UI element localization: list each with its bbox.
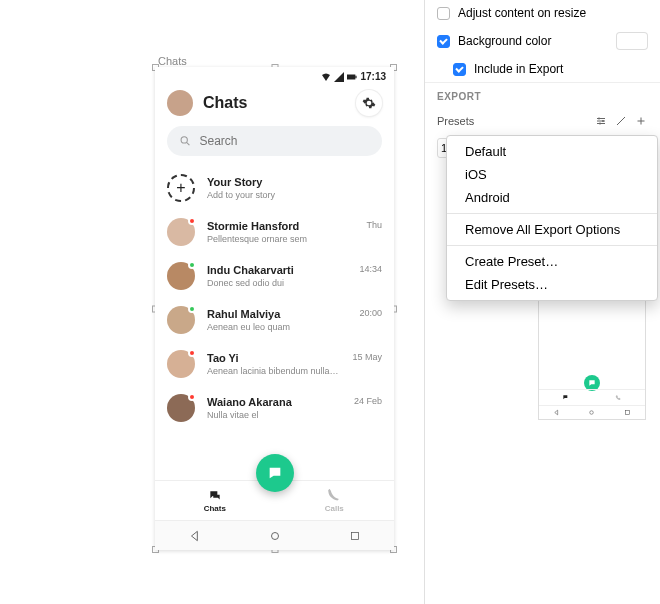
recents-icon[interactable] — [349, 530, 361, 542]
chat-avatar[interactable] — [167, 306, 195, 334]
chat-time: 24 Feb — [354, 396, 382, 406]
status-dot — [188, 217, 196, 225]
home-icon[interactable] — [268, 529, 282, 543]
status-dot — [188, 305, 196, 313]
chat-name: Indu Chakarvarti — [207, 264, 347, 276]
artboard-chats[interactable]: 17:13 Chats + Your Story Add to y — [155, 67, 394, 550]
menu-separator — [447, 213, 657, 214]
search-box[interactable] — [167, 126, 382, 156]
chat-preview: Aenean eu leo quam — [207, 322, 347, 332]
status-dot — [188, 393, 196, 401]
add-story-button[interactable]: + — [167, 174, 195, 202]
chat-preview: Aenean lacinia bibendum nulla sed consec… — [207, 366, 340, 376]
chat-avatar[interactable] — [167, 218, 195, 246]
chat-row[interactable]: Indu Chakarvarti Donec sed odio dui 14:3… — [155, 254, 394, 298]
chat-name: Rahul Malviya — [207, 308, 347, 320]
layer-label: Chats — [158, 55, 187, 67]
adjust-label: Adjust content on resize — [458, 6, 586, 20]
bgcolor-label: Background color — [458, 34, 551, 48]
back-icon[interactable] — [188, 529, 202, 543]
background-color-option[interactable]: Background color — [425, 26, 660, 56]
menu-item-remove-all[interactable]: Remove All Export Options — [447, 218, 657, 241]
android-status-bar: 17:13 — [155, 67, 394, 82]
settings-button[interactable] — [356, 90, 382, 116]
export-section-header: EXPORT — [425, 82, 660, 110]
user-avatar[interactable] — [167, 90, 193, 116]
search-input[interactable] — [200, 134, 371, 148]
svg-rect-0 — [347, 74, 355, 79]
svg-rect-1 — [356, 75, 357, 78]
chat-preview: Nulla vitae el — [207, 410, 342, 420]
presets-row: Presets — [425, 110, 660, 132]
inspector-panel: Adjust content on resize Background colo… — [424, 0, 660, 604]
tab-calls-label: Calls — [325, 504, 344, 513]
chat-row[interactable]: Tao Yi Aenean lacinia bibendum nulla sed… — [155, 342, 394, 386]
presets-knife-button[interactable] — [614, 114, 628, 128]
chat-time: 14:34 — [359, 264, 382, 274]
chat-time: 15 May — [352, 352, 382, 362]
status-time: 17:13 — [360, 71, 386, 82]
chat-avatar[interactable] — [167, 394, 195, 422]
chat-time: 20:00 — [359, 308, 382, 318]
search-icon — [179, 134, 192, 148]
knife-icon — [615, 115, 627, 127]
menu-item-edit-presets[interactable]: Edit Presets… — [447, 273, 657, 296]
phone-icon — [327, 489, 341, 503]
chat-name: Waiano Akarana — [207, 396, 342, 408]
menu-item-ios[interactable]: iOS — [447, 163, 657, 186]
menu-item-android[interactable]: Android — [447, 186, 657, 209]
menu-item-default[interactable]: Default — [447, 140, 657, 163]
your-story-row[interactable]: + Your Story Add to your story — [155, 166, 394, 210]
svg-point-9 — [590, 411, 594, 415]
presets-dropdown[interactable]: Default iOS Android Remove All Export Op… — [446, 135, 658, 301]
sliders-icon — [595, 115, 607, 127]
chat-preview: Pellentesque ornare sem — [207, 234, 354, 244]
wifi-icon — [321, 72, 331, 82]
svg-point-7 — [602, 120, 604, 122]
svg-point-8 — [599, 123, 601, 125]
chat-preview: Donec sed odio dui — [207, 278, 347, 288]
presets-options-button[interactable] — [594, 114, 608, 128]
chat-avatar[interactable] — [167, 262, 195, 290]
android-nav-bar — [155, 520, 394, 550]
chat-time: Thu — [366, 220, 382, 230]
adjust-checkbox[interactable] — [437, 7, 450, 20]
include-checkbox[interactable] — [453, 63, 466, 76]
svg-line-3 — [187, 143, 190, 146]
battery-icon — [347, 72, 357, 82]
menu-separator — [447, 245, 657, 246]
status-dot — [188, 349, 196, 357]
menu-item-create-preset[interactable]: Create Preset… — [447, 250, 657, 273]
include-export-option[interactable]: Include in Export — [425, 56, 660, 82]
chat-row[interactable]: Rahul Malviya Aenean eu leo quam 20:00 — [155, 298, 394, 342]
svg-rect-10 — [625, 410, 629, 414]
adjust-content-option[interactable]: Adjust content on resize — [425, 0, 660, 26]
tab-chats[interactable]: Chats — [155, 481, 275, 520]
chat-row[interactable]: Stormie Hansford Pellentesque ornare sem… — [155, 210, 394, 254]
chat-avatar[interactable] — [167, 350, 195, 378]
compose-fab[interactable] — [256, 454, 294, 492]
svg-point-6 — [598, 118, 600, 120]
gear-icon — [362, 96, 376, 110]
plus-icon — [635, 115, 647, 127]
artboard-selection[interactable]: 17:13 Chats + Your Story Add to y — [155, 67, 394, 550]
svg-point-4 — [272, 532, 279, 539]
signal-icon — [334, 72, 344, 82]
presets-label: Presets — [437, 115, 588, 127]
bgcolor-swatch[interactable] — [616, 32, 648, 50]
chat-name: Stormie Hansford — [207, 220, 354, 232]
presets-add-button[interactable] — [634, 114, 648, 128]
story-title: Your Story — [207, 176, 382, 188]
svg-point-2 — [181, 137, 187, 143]
bgcolor-checkbox[interactable] — [437, 35, 450, 48]
tab-chats-label: Chats — [204, 504, 226, 513]
chat-icon — [207, 489, 223, 503]
tab-calls[interactable]: Calls — [275, 481, 395, 520]
svg-rect-5 — [351, 532, 358, 539]
app-header: Chats — [155, 82, 394, 126]
status-dot — [188, 261, 196, 269]
include-label: Include in Export — [474, 62, 563, 76]
design-canvas[interactable]: Chats 17:13 Chats — [0, 0, 424, 604]
chat-row[interactable]: Waiano Akarana Nulla vitae el 24 Feb — [155, 386, 394, 430]
app-title: Chats — [203, 94, 346, 112]
